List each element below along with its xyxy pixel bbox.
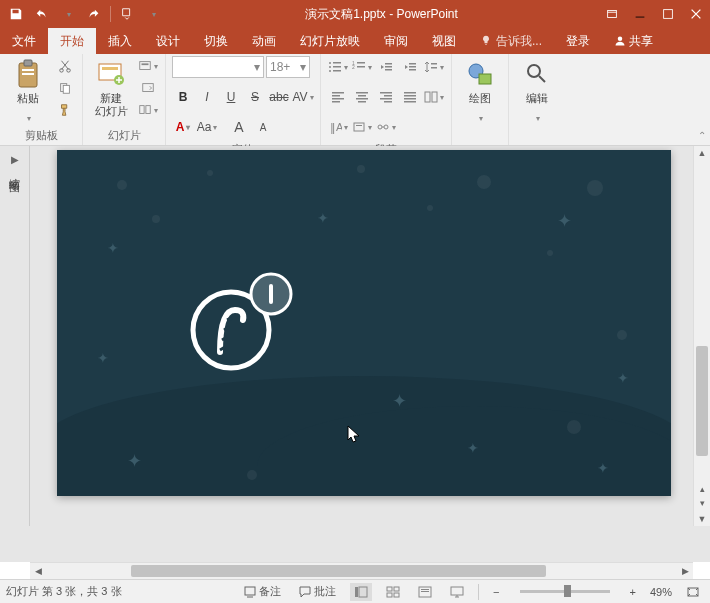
slide-counter[interactable]: 幻灯片 第 3 张，共 3 张 bbox=[6, 584, 122, 599]
reading-view-button[interactable] bbox=[414, 583, 436, 601]
fit-to-window-button[interactable] bbox=[682, 586, 704, 598]
font-color-button[interactable]: A bbox=[172, 116, 194, 138]
decrease-indent-button[interactable] bbox=[375, 56, 397, 78]
maximize-icon[interactable] bbox=[654, 2, 682, 26]
tab-design[interactable]: 设计 bbox=[144, 28, 192, 54]
copy-button[interactable] bbox=[54, 78, 76, 98]
align-text-button[interactable] bbox=[351, 116, 373, 138]
signin-button[interactable]: 登录 bbox=[554, 28, 602, 54]
bullets-button[interactable] bbox=[327, 56, 349, 78]
cut-button[interactable] bbox=[54, 56, 76, 76]
tab-insert[interactable]: 插入 bbox=[96, 28, 144, 54]
svg-rect-74 bbox=[421, 589, 429, 590]
horizontal-scrollbar[interactable]: ◀ ▶ bbox=[30, 562, 693, 579]
snow-dot bbox=[207, 170, 213, 176]
scroll-left-icon[interactable]: ◀ bbox=[30, 563, 46, 579]
slide-sorter-button[interactable] bbox=[382, 583, 404, 601]
slides-group-label: 幻灯片 bbox=[108, 128, 141, 145]
tab-transitions[interactable]: 切换 bbox=[192, 28, 240, 54]
smartart-button[interactable] bbox=[375, 116, 397, 138]
columns-button[interactable] bbox=[423, 86, 445, 108]
align-left-button[interactable] bbox=[327, 86, 349, 108]
italic-button[interactable]: I bbox=[196, 86, 218, 108]
scroll-right-icon[interactable]: ▶ bbox=[677, 563, 693, 579]
bold-button[interactable]: B bbox=[172, 86, 194, 108]
scroll-thumb-h[interactable] bbox=[131, 565, 546, 577]
collapse-ribbon-icon[interactable]: ⌃ bbox=[698, 130, 706, 141]
save-icon[interactable] bbox=[4, 2, 28, 26]
notes-button[interactable]: 备注 bbox=[240, 584, 285, 599]
star-shape: ✦ bbox=[617, 370, 629, 386]
underline-button[interactable]: U bbox=[220, 86, 242, 108]
grow-font-button[interactable]: A bbox=[228, 116, 250, 138]
ribbon-options-icon[interactable] bbox=[598, 2, 626, 26]
svg-rect-39 bbox=[332, 98, 344, 100]
ribbon-tabs: 文件 开始 插入 设计 切换 动画 幻灯片放映 审阅 视图 告诉我... 登录 … bbox=[0, 28, 710, 54]
justify-button[interactable] bbox=[399, 86, 421, 108]
tab-file[interactable]: 文件 bbox=[0, 28, 48, 54]
tab-slideshow[interactable]: 幻灯片放映 bbox=[288, 28, 372, 54]
minimize-icon[interactable] bbox=[626, 2, 654, 26]
tab-home[interactable]: 开始 bbox=[48, 28, 96, 54]
svg-rect-72 bbox=[394, 593, 399, 597]
drawing-button[interactable]: 绘图 bbox=[458, 56, 502, 127]
text-shadow-button[interactable]: S bbox=[244, 86, 266, 108]
change-case-button[interactable]: Aa bbox=[196, 116, 218, 138]
scroll-thumb[interactable] bbox=[696, 346, 708, 456]
scroll-up-icon[interactable]: ▲ bbox=[696, 146, 708, 160]
undo-icon[interactable] bbox=[30, 2, 54, 26]
zoom-knob[interactable] bbox=[564, 585, 571, 597]
prev-slide-icon[interactable]: ▴ bbox=[693, 482, 710, 496]
align-right-button[interactable] bbox=[375, 86, 397, 108]
notes-splitter-area[interactable] bbox=[0, 526, 710, 562]
svg-rect-35 bbox=[431, 63, 437, 65]
start-from-beginning-icon[interactable] bbox=[115, 2, 139, 26]
text-direction-button[interactable]: ‖A bbox=[327, 116, 349, 138]
editing-button[interactable]: 编辑 bbox=[515, 56, 559, 127]
close-icon[interactable] bbox=[682, 2, 710, 26]
scroll-down-icon[interactable]: ▼ bbox=[696, 512, 708, 526]
numbering-button[interactable]: 12 bbox=[351, 56, 373, 78]
next-slide-icon[interactable]: ▾ bbox=[693, 496, 710, 510]
increase-indent-button[interactable] bbox=[399, 56, 421, 78]
qat-customize-icon[interactable] bbox=[141, 2, 165, 26]
zoom-slider[interactable] bbox=[520, 590, 610, 593]
slide-canvas[interactable]: ✦ ✦ ✦ ✦ ✦ ✦ ✦ ✦ ✦ bbox=[57, 150, 671, 496]
format-painter-button[interactable] bbox=[54, 100, 76, 120]
step-number-badge[interactable] bbox=[249, 272, 293, 316]
comments-button[interactable]: 批注 bbox=[295, 584, 340, 599]
tab-animations[interactable]: 动画 bbox=[240, 28, 288, 54]
paste-button[interactable]: 粘贴 bbox=[6, 56, 50, 127]
tab-view[interactable]: 视图 bbox=[420, 28, 468, 54]
drawing-dropdown[interactable] bbox=[477, 107, 483, 125]
vertical-scrollbar[interactable]: ▲ ▼ bbox=[693, 146, 710, 526]
strikethrough-button[interactable]: abc bbox=[268, 86, 290, 108]
zoom-level[interactable]: 49% bbox=[650, 586, 672, 598]
svg-rect-18 bbox=[146, 106, 150, 114]
redo-icon[interactable] bbox=[82, 2, 106, 26]
font-size-dropdown[interactable]: 18+▾ bbox=[266, 56, 310, 78]
share-button[interactable]: 共享 bbox=[602, 28, 665, 54]
layout-button[interactable] bbox=[137, 56, 159, 76]
align-center-button[interactable] bbox=[351, 86, 373, 108]
font-family-dropdown[interactable]: ▾ bbox=[172, 56, 264, 78]
line-spacing-button[interactable] bbox=[423, 56, 445, 78]
paste-dropdown[interactable] bbox=[25, 107, 31, 125]
svg-rect-10 bbox=[63, 85, 69, 93]
zoom-in-button[interactable]: + bbox=[626, 586, 640, 598]
thumbnails-pane-collapsed[interactable]: ▶ 缩略图 bbox=[0, 146, 30, 526]
tab-tellme[interactable]: 告诉我... bbox=[468, 28, 554, 54]
normal-view-button[interactable] bbox=[350, 583, 372, 601]
reset-button[interactable] bbox=[137, 78, 159, 98]
tab-review[interactable]: 审阅 bbox=[372, 28, 420, 54]
slideshow-button[interactable] bbox=[446, 583, 468, 601]
new-slide-button[interactable]: 新建 幻灯片 bbox=[89, 56, 133, 120]
editing-dropdown[interactable] bbox=[534, 107, 540, 125]
svg-rect-67 bbox=[355, 587, 358, 597]
undo-dropdown-icon[interactable] bbox=[56, 2, 80, 26]
slide-editor[interactable]: ✦ ✦ ✦ ✦ ✦ ✦ ✦ ✦ ✦ ▲ ▼ bbox=[30, 146, 710, 526]
zoom-out-button[interactable]: − bbox=[489, 586, 503, 598]
section-button[interactable] bbox=[137, 100, 159, 120]
char-spacing-button[interactable]: AV bbox=[292, 86, 314, 108]
shrink-font-button[interactable]: A bbox=[252, 116, 274, 138]
